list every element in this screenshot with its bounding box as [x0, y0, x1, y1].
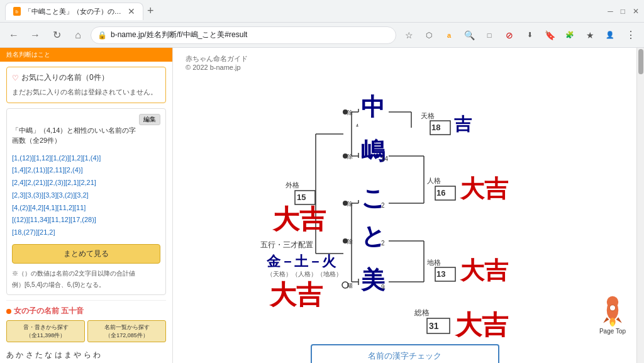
gogyo-label: 五行・三才配置 — [260, 240, 313, 249]
bookmark2-icon[interactable]: 🔖 — [541, 26, 558, 44]
puzzle-icon[interactable]: 🧩 — [561, 26, 579, 44]
menu-button[interactable]: ⋮ — [621, 26, 639, 44]
gogyo-tenkaku: （天格） — [267, 271, 292, 277]
compatibility-section: 編集 「中嶋」（4,14）と相性のいい名前の字画数（全29件） [1,(12)]… — [6, 108, 166, 296]
minimize-button[interactable]: ─ — [608, 7, 613, 16]
favorites-header: ♡ お気に入りの名前（0件） — [12, 72, 160, 83]
tab-favicon: b — [13, 7, 21, 16]
sokaku-label: 総格 — [414, 308, 430, 317]
title-bar: b 「中嶋こと美」（女の子）の姓名判... ✕ + ─ □ ✕ — [0, 0, 644, 23]
amazon-icon[interactable]: a — [440, 26, 458, 44]
page-top-label: Page Top — [599, 328, 626, 335]
tenkaku-label: 天格 — [421, 112, 435, 120]
jinkaku-label: 人格 — [427, 177, 441, 184]
gaikaku-result2: 大吉 — [269, 281, 323, 310]
jinkaku-result: 大吉 — [459, 176, 509, 202]
svg-point-6 — [611, 322, 614, 327]
gogyo-chikaku: （地格） — [317, 271, 342, 277]
compatibility-title: 「中嶋」（4,14）と相性のいい名前の字画数（全29件） — [12, 125, 142, 146]
note-text: ※（）の数値は名前の2文字目以降の合計値 — [12, 269, 160, 278]
top-bar-text: 姓名判断はこと — [6, 50, 50, 59]
chart-svg: 中 ₄ 除 嶋 14 除 こ 2 除 — [235, 77, 575, 348]
back-button[interactable]: ← — [5, 26, 23, 44]
girls-btn-sound-count: （全11,398件） — [8, 332, 83, 340]
tenkaku-value: 18 — [431, 123, 440, 132]
cast-icon[interactable]: □ — [480, 26, 498, 44]
stroke-to: 2 — [381, 240, 385, 247]
window-controls: ─ □ ✕ — [608, 7, 639, 16]
nav-actions: ☆ ⬡ a 🔍 □ ⊘ ⬇ 🔖 🧩 ★ 👤 ⋮ — [400, 26, 639, 44]
favorites-title: お気に入りの名前（0件） — [21, 72, 109, 83]
svg-point-2 — [609, 305, 615, 311]
user-icon[interactable]: 👤 — [601, 26, 619, 44]
forward-button[interactable]: → — [26, 26, 44, 44]
compatibility-header: 編集 「中嶋」（4,14）と相性のいい名前の字画数（全29件） — [12, 114, 160, 150]
refresh-button[interactable]: ↻ — [48, 26, 65, 44]
chikaku-label: 地格 — [426, 259, 441, 266]
girls-section: 女の子の名前 五十音 音・昔きから探す （全11,398件） 名前一覧から探す … — [6, 300, 166, 363]
top-bar: 姓名判断はこと — [0, 48, 172, 62]
orange-dot — [6, 309, 11, 314]
browser-frame: b 「中嶋こと美」（女の子）の姓名判... ✕ + ─ □ ✕ ← → ↻ ⌂ … — [0, 0, 644, 363]
browser-tab[interactable]: b 「中嶋こと美」（女の子）の姓名判... ✕ — [5, 3, 143, 20]
bookmark-icon[interactable]: ☆ — [400, 26, 418, 44]
url-text: b-name.jp/姓名判断/f/中嶋_こと美#result — [111, 30, 389, 40]
maximize-button[interactable]: □ — [621, 7, 625, 16]
tab-close-button[interactable]: ✕ — [128, 6, 135, 16]
stroke-naka: ₄ — [356, 121, 358, 128]
name-chart: 中 ₄ 除 嶋 14 除 こ 2 除 — [235, 77, 575, 350]
sokaku-value: 31 — [429, 321, 439, 331]
girls-btn-sound-label: 音・昔きから探す — [8, 323, 83, 332]
tab-title: 「中嶋こと美」（女の子）の姓名判... — [25, 7, 121, 16]
matome-button[interactable]: まとめて見る — [12, 244, 160, 264]
edit-button[interactable]: 編集 — [139, 114, 160, 125]
girls-section-header: 女の子の名前 五十音 — [6, 306, 166, 316]
lock-icon: 🔒 — [97, 31, 107, 40]
rocket-svg — [599, 295, 626, 327]
star2-icon[interactable]: ★ — [581, 26, 599, 44]
gaikaku-label: 外格 — [286, 181, 299, 189]
home-button[interactable]: ⌂ — [69, 26, 87, 44]
girls-btn-list-count: （全172,085件） — [89, 332, 164, 340]
guide-line1: 赤ちゃん命名ガイド — [186, 54, 624, 64]
girls-btn-sound[interactable]: 音・昔きから探す （全11,398件） — [6, 320, 85, 342]
girls-btn-list-label: 名前一覧から探す — [89, 323, 164, 332]
tenkaku-result: 吉 — [454, 114, 472, 134]
gaikaku-result: 大吉 — [272, 205, 326, 234]
block-icon[interactable]: ⊘ — [501, 26, 518, 44]
heart-icon: ♡ — [12, 74, 19, 82]
close-button[interactable]: ✕ — [633, 7, 639, 16]
page-wrapper: 姓名判断はこと ♡ お気に入りの名前（0件） まだお気に入りの名前は登録されてい… — [0, 48, 644, 363]
nav-bar: ← → ↻ ⌂ 🔒 b-name.jp/姓名判断/f/中嶋_こと美#result… — [0, 23, 644, 48]
sidebar: 姓名判断はこと ♡ お気に入りの名前（0件） まだお気に入りの名前は登録されてい… — [0, 48, 173, 363]
stroke-mi: 9 — [381, 284, 385, 291]
gogyo-jinkaku: （人格） — [292, 271, 317, 277]
page-top-button[interactable]: Page Top — [599, 295, 626, 335]
girls-btn-list[interactable]: 名前一覧から探す （全172,085件） — [87, 320, 166, 342]
new-tab-button[interactable]: + — [147, 4, 154, 18]
stroke-shima: 14 — [381, 155, 389, 162]
guide-header: 赤ちゃん命名ガイド © 2022 b-name.jp — [186, 54, 624, 71]
svg-marker-3 — [603, 317, 609, 323]
hiragana-grid[interactable]: あ か さ た な は ま や ら わ い き し ち に ひ み ゆ り う … — [6, 347, 166, 363]
extensions-icon[interactable]: ⬡ — [420, 26, 438, 44]
search-icon[interactable]: 🔍 — [460, 26, 478, 44]
stroke-ko: 2 — [381, 202, 385, 209]
hiragana-row1: あ か さ た な は ま や ら わ — [6, 347, 166, 362]
sokaku-result: 大吉 — [454, 311, 509, 340]
example-text: 例）[6,5,4]の場合、6,(9)となる。 — [12, 281, 160, 289]
char-naka: 中 — [361, 94, 385, 120]
stroke-links[interactable]: [1,(12)][1,12][1,(2)][1,2][1,(4)] [1,4][… — [12, 152, 160, 240]
main-content: 赤ちゃん命名ガイド © 2022 b-name.jp 中 ₄ 除 嶋 14 — [173, 48, 636, 363]
jinkaku-value: 16 — [436, 188, 445, 198]
label-mi: 陽 — [347, 282, 353, 289]
gaikaku-value: 15 — [297, 193, 306, 202]
favorites-section: ♡ お気に入りの名前（0件） まだお気に入りの名前は登録されていません。 — [6, 67, 166, 103]
guide-line2: © 2022 b-name.jp — [186, 64, 624, 71]
right-scrollbar[interactable] — [636, 48, 644, 363]
chikaku-value: 13 — [436, 269, 445, 279]
favorites-empty-text: まだお気に入りの名前は登録されていません。 — [12, 87, 160, 98]
download-icon[interactable]: ⬇ — [521, 26, 538, 44]
address-bar[interactable]: 🔒 b-name.jp/姓名判断/f/中嶋_こと美#result — [91, 26, 396, 44]
girls-section-title: 女の子の名前 五十音 — [14, 306, 84, 316]
